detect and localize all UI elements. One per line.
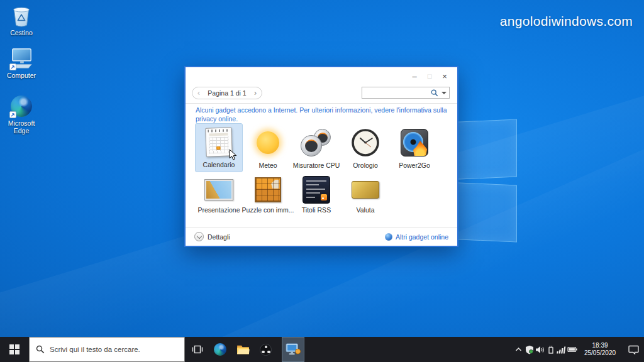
gadget-tile-titoli-rss[interactable]: Titoli RSS [292, 176, 340, 215]
gadget-label: Orologio [353, 162, 378, 169]
notification-bubble-icon [628, 345, 639, 354]
desktop-icon-microsoft-edge[interactable]: Microsoft Edge [1, 94, 42, 134]
edge-icon [214, 343, 226, 356]
online-link-label: Altri gadget online [396, 233, 448, 241]
power2go-disc-icon [396, 126, 433, 159]
toolbar-divider [186, 103, 457, 104]
taskbar-search-box[interactable] [29, 337, 185, 362]
maximize-button[interactable]: □ [422, 70, 437, 82]
previous-page-button[interactable]: ‹ [192, 87, 205, 99]
tray-battery-icon[interactable] [567, 337, 577, 362]
window-footer: Dettagli Altri gadget online [186, 228, 457, 246]
taskbar-search-input[interactable] [50, 346, 178, 353]
gadget-search-box[interactable] [362, 87, 450, 99]
minimize-button[interactable]: – [407, 70, 422, 82]
gadget-label: Valuta [357, 206, 375, 214]
gadget-label: Power2Go [399, 162, 430, 169]
computer-icon [9, 47, 33, 70]
desktop-icon-label: Cestino [10, 29, 33, 36]
gadget-gallery-window: – □ × ‹ Pagina 1 di 1 › Alcuni gadget ac… [184, 66, 458, 247]
cpu-meter-icon [297, 126, 335, 159]
page-indicator: Pagina 1 di 1 [205, 89, 249, 97]
taskbar: 18:39 25/05/2020 [0, 337, 644, 362]
tray-security-shield-icon[interactable] [524, 337, 535, 362]
gadget-tile-calendario[interactable]: Calendario [195, 123, 243, 172]
tray-network-signal-icon[interactable] [556, 337, 567, 362]
desktop-icon-computer[interactable]: Computer [1, 47, 42, 79]
currency-card-icon [347, 176, 384, 204]
recycle-bin-icon [9, 4, 33, 28]
tray-clock[interactable]: 18:39 25/05/2020 [580, 342, 620, 357]
gadget-label: Titoli RSS [302, 206, 331, 214]
action-center-button[interactable] [623, 337, 644, 362]
desktop: angolodiwindows.com Cestino [0, 0, 644, 362]
weather-sun-icon [249, 126, 287, 159]
page-navigator: ‹ Pagina 1 di 1 › [192, 87, 262, 99]
taskbar-edge-button[interactable] [209, 337, 231, 362]
file-explorer-icon [236, 344, 250, 355]
desktop-icon-label: Microsoft Edge [3, 119, 40, 134]
taskbar-gadgets-button-active[interactable] [282, 337, 304, 362]
gadget-tile-valuta[interactable]: Valuta [341, 176, 389, 215]
gadget-tile-orologio[interactable]: Orologio [341, 123, 389, 172]
details-expander[interactable]: Dettagli [194, 232, 230, 241]
windows-start-icon [9, 344, 19, 354]
mouse-cursor [229, 149, 237, 160]
task-view-button[interactable] [186, 337, 209, 362]
obs-icon [260, 344, 272, 356]
gadget-label: Meteo [258, 162, 277, 169]
tray-chevron-up-icon[interactable] [513, 337, 524, 362]
gadget-tile-puzzle[interactable]: Puzzle con imm... [244, 176, 292, 215]
desktop-icon-recycle-bin[interactable]: Cestino [1, 4, 42, 36]
next-page-button[interactable]: › [249, 87, 262, 99]
gadget-tile-meteo[interactable]: Meteo [244, 123, 292, 172]
task-view-icon [192, 344, 203, 354]
privacy-info-text: Alcuni gadget accedono a Internet. Per u… [196, 106, 450, 123]
search-icon [36, 345, 45, 354]
tray-volume-icon[interactable] [535, 337, 545, 362]
desktop-gadgets-icon [286, 343, 301, 356]
gadget-tile-misuratore-cpu[interactable]: Misuratore CPU [292, 123, 340, 172]
gadget-label: Misuratore CPU [293, 162, 340, 169]
chevron-down-icon [194, 232, 204, 241]
taskbar-obs-button[interactable] [254, 337, 277, 362]
rss-feed-icon [297, 176, 335, 204]
tray-usb-icon[interactable] [545, 337, 556, 362]
clock-date: 25/05/2020 [580, 349, 620, 357]
shortcut-arrow-icon [9, 111, 16, 118]
more-gadgets-online-link[interactable]: Altri gadget online [385, 233, 448, 241]
watermark-text: angolodiwindows.com [500, 14, 633, 29]
search-icon [431, 89, 438, 97]
picture-puzzle-icon [249, 176, 287, 204]
start-button[interactable] [0, 337, 29, 362]
shortcut-arrow-icon [9, 63, 16, 70]
globe-icon [385, 233, 392, 241]
window-titlebar: – □ × [186, 67, 457, 85]
taskbar-file-explorer-button[interactable] [231, 337, 254, 362]
details-label: Dettagli [208, 233, 230, 241]
gadget-tile-presentazione[interactable]: Presentazione [195, 176, 243, 215]
slideshow-photo-icon [200, 176, 238, 204]
gadget-search-input[interactable] [365, 89, 431, 97]
gadget-label: Calendario [203, 161, 235, 168]
system-tray: 18:39 25/05/2020 [513, 337, 644, 362]
desktop-icon-label: Computer [7, 72, 36, 79]
close-button[interactable]: × [437, 70, 452, 82]
edge-icon [9, 94, 33, 118]
clock-time: 18:39 [580, 342, 620, 349]
window-toolbar: ‹ Pagina 1 di 1 › [186, 85, 457, 102]
search-dropdown-caret-icon[interactable] [441, 92, 447, 94]
gadget-label: Presentazione [197, 206, 240, 214]
gadget-tile-power2go[interactable]: Power2Go [391, 123, 438, 172]
gadget-label: Puzzle con imm... [242, 206, 294, 214]
clock-icon [347, 126, 384, 159]
